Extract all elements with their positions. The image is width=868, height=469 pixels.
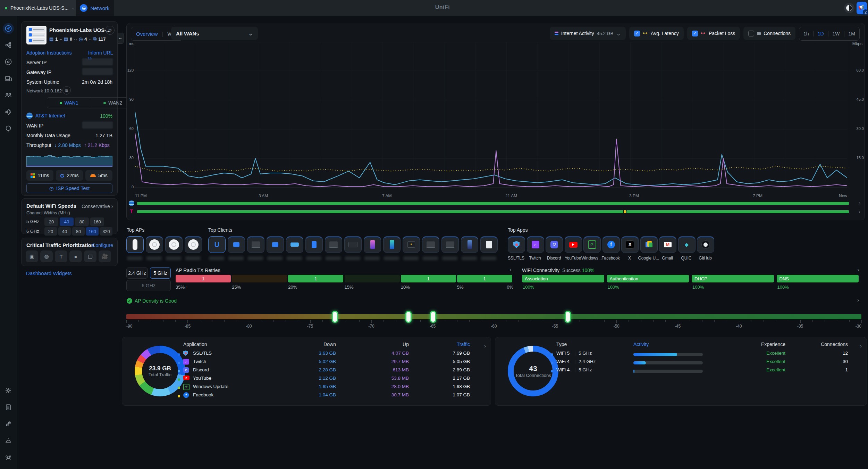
density-chevron-icon[interactable]: › xyxy=(857,297,859,303)
tile-youtube[interactable]: YouTube xyxy=(565,236,581,268)
connectivity-chevron-icon[interactable]: › xyxy=(857,267,859,273)
tile-laptop-icon[interactable] xyxy=(441,236,458,261)
tile-x[interactable]: XX xyxy=(621,236,638,268)
tile-iot-device-icon[interactable] xyxy=(228,236,244,261)
isp-speed-test-button[interactable]: ◷ISP Speed Test xyxy=(26,183,112,193)
avg-latency-toggle[interactable]: ✓ •• Avg. Latency xyxy=(629,27,684,40)
sidebar-dashboard-icon[interactable] xyxy=(3,23,14,34)
tab-network[interactable]: ◎ Network xyxy=(76,0,114,16)
time-range-1W[interactable]: 1W xyxy=(828,31,844,36)
channel-width-chip[interactable]: 40 xyxy=(60,217,74,226)
site-switcher[interactable]: PhoenixNet-Labs UOS-S... ⌄ xyxy=(0,0,76,16)
band-5g-button[interactable]: 5 GHz xyxy=(150,268,171,279)
configure-link[interactable]: Configure xyxy=(92,242,113,248)
ap-density-scale[interactable]: -90-85-80-75-70-65-60-55-50-45-40-35-30 xyxy=(126,308,861,330)
type-chevron-icon[interactable]: › xyxy=(860,343,862,349)
retries-chevron-icon[interactable]: › xyxy=(509,267,511,273)
tile-github[interactable]: GitHub xyxy=(697,236,714,268)
tile-unifi-logo-icon[interactable]: U xyxy=(208,236,225,261)
traffic-row[interactable]: ⌐ Twitch 5.02 GB 29.7 MB 5.05 GB xyxy=(183,359,478,367)
sidebar-integrations-icon[interactable] xyxy=(3,418,14,429)
traffic-row[interactable]: SSL/TLS 3.63 GB 4.07 GB 7.69 GB xyxy=(183,351,478,359)
ap-density-marker[interactable] xyxy=(430,311,436,323)
sort-traffic[interactable]: Traffic xyxy=(457,342,470,347)
tile-iot-device-icon[interactable] xyxy=(267,236,283,261)
traffic-chevron-icon[interactable]: › xyxy=(484,343,486,349)
tab-wan1[interactable]: WAN1 xyxy=(47,98,91,108)
traffic-row[interactable]: YouTube 2.12 GB 53.8 MB 2.17 GB xyxy=(183,376,478,384)
traffic-row[interactable]: f Facebook 1.04 GB 30.7 MB 1.07 GB xyxy=(183,392,478,401)
ap-density-marker[interactable] xyxy=(565,311,571,323)
tile-discord[interactable]: ᗢDiscord xyxy=(546,236,562,268)
connections-toggle[interactable]: Connections xyxy=(743,27,795,40)
sidebar-hotspot-icon[interactable] xyxy=(3,123,14,134)
sidebar-unifi-devices-icon[interactable] xyxy=(3,56,14,67)
channel-width-chip[interactable]: 320 xyxy=(100,227,112,236)
time-range-1D[interactable]: 1D xyxy=(814,31,828,36)
ap-density-marker[interactable] xyxy=(332,311,338,323)
tile-phone-blue-icon[interactable] xyxy=(461,236,478,261)
theme-toggle-icon[interactable] xyxy=(844,3,854,13)
traffic-row[interactable]: ᗢ Discord 2.28 GB 613 MB 2.89 GB xyxy=(183,367,478,376)
dashboard-widgets-link[interactable]: Dashboard Widgets xyxy=(26,270,72,276)
sidebar-system-log-icon[interactable] xyxy=(3,402,14,413)
type-row[interactable]: WiFi 4 | 5 GHz Excellent 1 xyxy=(556,367,855,376)
traffic-row[interactable]: ⟳ Windows Update 1.65 GB 28.0 MB 1.68 GB xyxy=(183,384,478,392)
wan-select[interactable]: All WANs⌄ xyxy=(171,27,258,40)
wifi-speeds-mode[interactable]: Conservative › xyxy=(82,203,113,209)
tile-white-device-icon[interactable] xyxy=(480,236,497,261)
tile-ap-mesh-icon[interactable] xyxy=(126,236,143,261)
sidebar-alerts-icon[interactable] xyxy=(3,435,14,446)
tile-laptop-icon[interactable] xyxy=(247,236,264,261)
type-row[interactable]: WiFi 5 | 5 GHz Excellent 12 xyxy=(556,351,855,359)
time-range-1h[interactable]: 1h xyxy=(799,31,813,36)
tile-ssl-tls[interactable]: SSL/TLS xyxy=(508,236,524,268)
release-notes-icon[interactable]: 🗎 xyxy=(62,86,71,94)
tile-iot-wide-icon[interactable] xyxy=(286,236,303,261)
sidebar-topology-icon[interactable] xyxy=(3,40,14,51)
tile-windows-[interactable]: ⟳Windows ... xyxy=(583,236,600,268)
ap-density-marker[interactable] xyxy=(405,311,412,323)
channel-width-chip[interactable]: 80 xyxy=(72,227,85,236)
announcements-button[interactable]: 📢 2 xyxy=(857,2,867,14)
channel-width-chip[interactable]: 160 xyxy=(86,227,99,236)
tile-ap-disc-icon[interactable] xyxy=(185,236,201,261)
panel-collapse-handle[interactable]: ⇤ xyxy=(117,33,124,44)
sidebar-clients-icon[interactable] xyxy=(3,73,14,84)
tile-iot-tall-icon[interactable] xyxy=(305,236,322,261)
internet-activity-chart[interactable] xyxy=(135,42,847,191)
tab-overview[interactable]: Overview xyxy=(136,31,158,37)
tile-quic[interactable]: ◆QUIC xyxy=(678,236,695,268)
tile-google-u-[interactable]: Google U... xyxy=(640,236,657,268)
type-row[interactable]: WiFi 4 | 2.4 GHz Excellent 30 xyxy=(556,359,855,367)
tile-ap-disc-icon[interactable] xyxy=(165,236,182,261)
tile-laptop-icon[interactable] xyxy=(325,236,342,261)
channel-width-chip[interactable]: 40 xyxy=(58,227,71,236)
band-2g-button[interactable]: 2.4 GHz xyxy=(126,268,148,279)
uptime-chevron-icon[interactable]: › xyxy=(859,209,860,214)
channel-width-chip[interactable]: 20 xyxy=(44,227,57,236)
tile-phone-teal-icon[interactable] xyxy=(383,236,400,261)
channel-width-chip[interactable]: 80 xyxy=(75,217,89,226)
packet-loss-toggle[interactable]: ✓ •• Packet Loss xyxy=(687,27,740,40)
sort-activity[interactable]: Activity xyxy=(633,342,649,347)
sidebar-guests-icon[interactable] xyxy=(3,90,14,101)
uptime-chevron-icon[interactable]: › xyxy=(859,200,860,206)
tile-gmail[interactable]: MGmail xyxy=(659,236,676,268)
tile-console-icon[interactable] xyxy=(344,236,361,261)
adoption-instructions-link[interactable]: Adoption Instructions xyxy=(26,50,72,56)
tile-laptop-icon[interactable] xyxy=(422,236,439,261)
tile-ap-disc-icon[interactable] xyxy=(146,236,162,261)
tile-phone-pink-icon[interactable] xyxy=(364,236,380,261)
tile-box-device-icon[interactable] xyxy=(403,236,419,261)
channel-width-chip[interactable]: 20 xyxy=(44,217,58,226)
internet-activity-control[interactable]: Internet Activity 45.2 GB ⌄ xyxy=(550,27,626,40)
time-range-1M[interactable]: 1M xyxy=(844,31,859,36)
band-6g-button[interactable]: 6 GHz xyxy=(126,280,171,291)
tile-facebook[interactable]: fFacebook xyxy=(602,236,619,268)
sidebar-settings-icon[interactable] xyxy=(3,385,14,396)
sidebar-admins-icon[interactable] xyxy=(3,452,14,463)
channel-width-chip[interactable]: 160 xyxy=(90,217,104,226)
sidebar-statistics-icon[interactable] xyxy=(3,106,14,117)
tile-twitch[interactable]: ⌐Twitch xyxy=(527,236,543,268)
